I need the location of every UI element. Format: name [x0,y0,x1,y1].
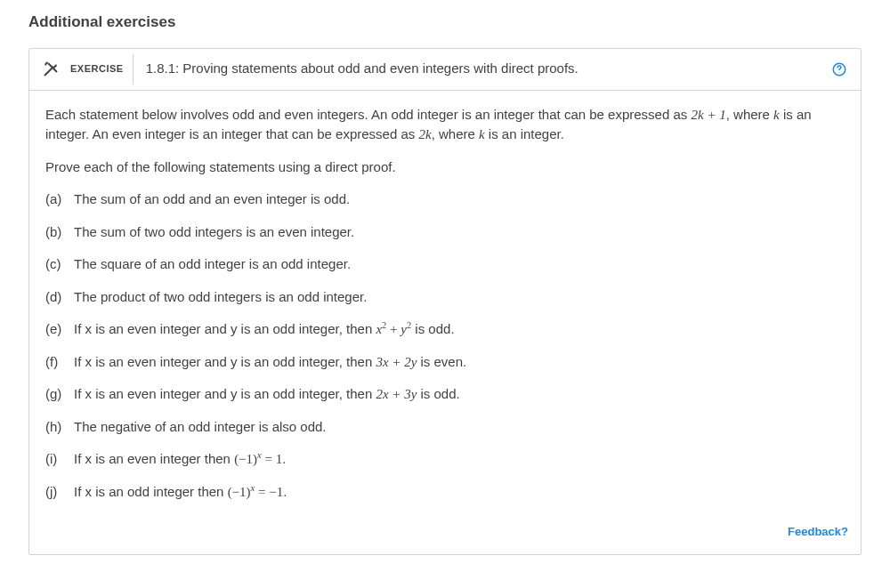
item-marker: (f) [45,352,74,373]
item-marker: (c) [45,254,74,275]
item-text: The negative of an odd integer is also o… [74,417,845,438]
math-x2-plus-y2: x2 + y2 [376,322,411,336]
exercise-icon [42,60,60,78]
item-marker: (j) [45,482,74,503]
list-item: (a) The sum of an odd and an even intege… [45,189,845,210]
list-item: (b) The sum of two odd integers is an ev… [45,222,845,243]
intro-text: Each statement below involves odd and ev… [45,107,691,122]
item-text: The sum of two odd integers is an even i… [74,222,845,243]
intro-paragraph: Each statement below involves odd and ev… [45,105,845,145]
list-item: (h) The negative of an odd integer is al… [45,417,845,438]
math-k: k [479,127,485,141]
math-3x-plus-2y: 3x + 2y [376,355,417,369]
feedback-link[interactable]: Feedback? [788,525,848,538]
item-text: If x is an odd integer then (−1)x = −1. [74,482,845,503]
math-k: k [773,108,780,122]
exercise-header: EXERCISE 1.8.1: Proving statements about… [29,49,861,91]
item-text: If x is an even integer then (−1)x = 1. [74,449,845,470]
section-title: Additional exercises [28,11,862,34]
item-marker: (g) [45,384,74,405]
exercise-title: 1.8.1: Proving statements about odd and … [146,59,830,79]
math-2k: 2k [418,127,431,141]
item-marker: (e) [45,319,74,340]
list-item: (j) If x is an odd integer then (−1)x = … [45,482,845,503]
item-text: The sum of an odd and an even integer is… [74,189,845,210]
list-item: (i) If x is an even integer then (−1)x =… [45,449,845,470]
header-divider [133,54,134,85]
intro-text: , where [432,126,479,141]
prove-line: Prove each of the following statements u… [45,157,845,178]
math-2k-plus-1: 2k + 1 [691,108,725,122]
svg-marker-3 [44,61,48,66]
intro-text: is an integer. [485,126,564,141]
item-text: If x is an even integer and y is an odd … [74,319,845,340]
item-marker: (i) [45,449,74,470]
exercise-body: Each statement below involves odd and ev… [29,91,861,522]
math-2x-plus-3y: 2x + 3y [376,387,417,401]
exercise-label: EXERCISE [70,61,124,77]
item-text: If x is an even integer and y is an odd … [74,352,845,373]
help-icon[interactable] [830,60,848,78]
list-item: (e) If x is an even integer and y is an … [45,319,845,340]
item-marker: (d) [45,287,74,308]
math-neg1-pow-x-eq-1: (−1)x = 1 [234,452,282,466]
feedback-row: Feedback? [29,521,861,554]
svg-point-5 [839,72,840,73]
list-item: (d) The product of two odd integers is a… [45,287,845,308]
list-item: (g) If x is an even integer and y is an … [45,384,845,405]
intro-text: , where [726,107,773,122]
item-marker: (h) [45,417,74,438]
exercise-list: (a) The sum of an odd and an even intege… [45,189,845,502]
math-neg1-pow-x-eq-neg1: (−1)x = −1 [228,485,284,499]
item-text: The square of an odd integer is an odd i… [74,254,845,275]
item-marker: (a) [45,189,74,210]
list-item: (f) If x is an even integer and y is an … [45,352,845,373]
item-text: The product of two odd integers is an od… [74,287,845,308]
exercise-box: EXERCISE 1.8.1: Proving statements about… [28,48,862,555]
item-marker: (b) [45,222,74,243]
item-text: If x is an even integer and y is an odd … [74,384,845,405]
list-item: (c) The square of an odd integer is an o… [45,254,845,275]
